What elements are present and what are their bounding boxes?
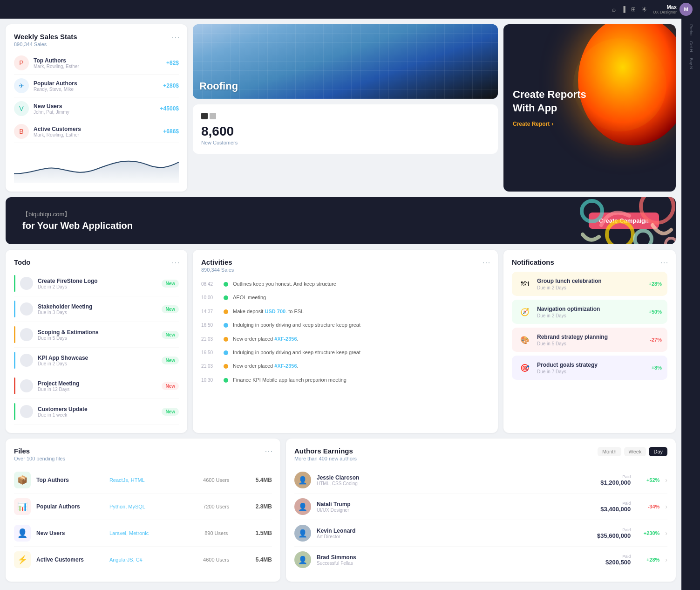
roofing-title: Roofing	[199, 80, 238, 92]
notifications-card: Notifications ⋯ 🍽 Group lunch celebratio…	[503, 250, 676, 433]
activities-subtitle: 890,344 Sales	[201, 267, 489, 273]
list-item: Create FireStone Logo Due in 2 Days New	[14, 271, 179, 296]
list-item: 08:42 Outlines keep you honest. And keep…	[201, 277, 489, 291]
weekly-sales-card: Weekly Sales Stats 890,344 Sales ⋯ P Top…	[6, 24, 187, 192]
create-reports-text: Create ReportsWith App Create Report ›	[503, 79, 676, 137]
svg-point-0	[641, 197, 673, 223]
list-item: 🎨 Rebrand strategy planning Due in 5 Day…	[512, 328, 667, 352]
notifications-menu-icon[interactable]: ⋯	[660, 257, 668, 268]
create-report-link[interactable]: Create Report ›	[513, 121, 553, 127]
list-item: 📊 Popular Authors Python, MySQL 7200 Use…	[14, 494, 272, 520]
list-item: ⚡ Active Customers AngularJS, C# 4600 Us…	[14, 547, 272, 573]
user-name: Max UX Designer	[653, 4, 677, 14]
list-item: 10:30 Finance KPI Mobile app launch prep…	[201, 373, 489, 387]
list-item: 14:37 Make deposit USD 700. to ESL	[201, 305, 489, 318]
icon-sq-dark	[201, 113, 208, 119]
earnings-tabs: Month Week Day	[598, 447, 667, 456]
todo-title: Todo	[14, 258, 179, 266]
campaign-decoration	[527, 197, 676, 244]
list-item: 16:50 Indulging in poorly driving and ke…	[201, 318, 489, 332]
create-reports-card: Create ReportsWith App Create Report ›	[503, 24, 676, 192]
list-item: 👤 Natali Trump UI/UX Designer Paid $3,40…	[294, 494, 667, 520]
svg-point-4	[666, 238, 676, 244]
list-item: 👤 Brad Simmons Successful Fellas Paid $2…	[294, 547, 667, 573]
list-item: 🍽 Group lunch celebration Due in 2 Days …	[512, 272, 667, 296]
svg-point-1	[607, 221, 633, 244]
grid-icon[interactable]: ⊞	[631, 6, 636, 13]
new-customers-card: 8,600 New Customers	[193, 104, 498, 154]
weekly-sales-menu-icon[interactable]: ⋯	[171, 32, 180, 42]
list-item: 10:00 AEOL meeting	[201, 291, 489, 304]
list-item: Stakeholder Meeting Due in 3 Days New	[14, 296, 179, 322]
campaign-text1: 【biqubiqu.com】	[22, 210, 133, 219]
todo-card: Todo ⋯ Create FireStone Logo Due in 2 Da…	[6, 250, 187, 433]
new-customers-label: New Customers	[201, 140, 489, 145]
create-reports-title: Create ReportsWith App	[513, 88, 666, 115]
list-item: Scoping & Estimations Due in 5 Days New	[14, 322, 179, 348]
right-panel: Prebu Get H Buy N	[681, 19, 700, 590]
list-item: 🎯 Product goals strategy Due in 7 Days +…	[512, 356, 667, 380]
authors-earnings-card: Authors Earnings More than 400 new autho…	[286, 439, 676, 582]
stat-item: P Top Authors Mark, Rowling, Esther +82$	[14, 52, 179, 75]
list-item: Project Meeting Due in 12 Days New	[14, 373, 179, 399]
roofing-card: Roofing	[193, 24, 498, 99]
campaign-banner: 【biqubiqu.com】 for Your Web Application …	[6, 197, 676, 244]
list-item: 👤 Kevin Leonard Art Director Paid $35,60…	[294, 520, 667, 547]
files-subtitle: Over 100 pending files	[14, 456, 272, 461]
stat-item: B Active Customers Mark, Rowling, Esther…	[14, 120, 179, 143]
stat-item: V New Users John, Pat, Jimmy +4500$	[14, 97, 179, 120]
todo-menu-icon[interactable]: ⋯	[171, 257, 180, 268]
svg-point-3	[635, 231, 652, 244]
stat-item: ✈ Popular Authors Randy, Steve, Mike +28…	[14, 75, 179, 97]
tab-day[interactable]: Day	[649, 447, 667, 456]
list-item: 👤 New Users Laravel, Metronic 890 Users …	[14, 520, 272, 547]
user-info: Max UX Designer M	[653, 3, 693, 16]
nc-icons	[201, 113, 489, 119]
new-customers-number: 8,600	[201, 124, 489, 139]
files-title: Files	[14, 447, 272, 455]
tab-month[interactable]: Month	[598, 447, 621, 456]
brightness-icon[interactable]: ☀	[641, 6, 647, 13]
list-item: 📦 Top Authors ReactJs, HTML 4600 Users 5…	[14, 467, 272, 494]
right-panel-item-0[interactable]: Prebu	[689, 24, 693, 35]
activities-title: Activities	[201, 258, 489, 266]
campaign-text: 【biqubiqu.com】 for Your Web Application	[22, 210, 133, 231]
list-item: 🧭 Navigation optimization Due in 2 Days …	[512, 300, 667, 324]
earnings-title: Authors Earnings	[294, 447, 357, 455]
topbar: ⌕ ▐ ⊞ ☀ Max UX Designer M	[0, 0, 700, 19]
files-menu-icon[interactable]: ⋯	[265, 446, 273, 456]
files-card: Files Over 100 pending files ⋯ 📦 Top Aut…	[6, 439, 280, 582]
tab-week[interactable]: Week	[624, 447, 646, 456]
avatar[interactable]: M	[680, 3, 693, 16]
campaign-text2: for Your Web Application	[22, 220, 133, 231]
list-item: 16:50 Indulging in poorly driving and ke…	[201, 346, 489, 359]
roofing-image: Roofing	[193, 24, 498, 99]
activities-card: Activities 890,344 Sales ⋯ 08:42 Outline…	[193, 250, 498, 433]
notifications-title: Notifications	[512, 258, 667, 266]
search-icon[interactable]: ⌕	[612, 6, 616, 13]
campaign-section: 【biqubiqu.com】 for Your Web Application …	[0, 192, 700, 244]
list-item: KPI App Showcase Due in 2 Days New	[14, 348, 179, 373]
list-item: Customers Update Due in 1 week New	[14, 399, 179, 425]
icon-sq-light	[210, 113, 216, 119]
list-item: 21:03 New order placed #XF-2356.	[201, 332, 489, 346]
list-item: 21:03 New order placed #XF-2356.	[201, 359, 489, 373]
right-panel-item-2[interactable]: Buy N	[689, 58, 693, 69]
card-title: Weekly Sales Stats	[14, 33, 179, 41]
activities-menu-icon[interactable]: ⋯	[482, 257, 490, 268]
wave-chart	[14, 151, 179, 183]
right-panel-item-1[interactable]: Get H	[689, 41, 693, 52]
earnings-subtitle: More than 400 new authors	[294, 456, 357, 461]
battery-icon: ▐	[621, 6, 625, 13]
list-item: 👤 Jessie Clarcson HTML, CSS Coding Paid …	[294, 467, 667, 494]
svg-point-2	[582, 201, 602, 221]
card-subtitle: 890,344 Sales	[14, 41, 179, 47]
